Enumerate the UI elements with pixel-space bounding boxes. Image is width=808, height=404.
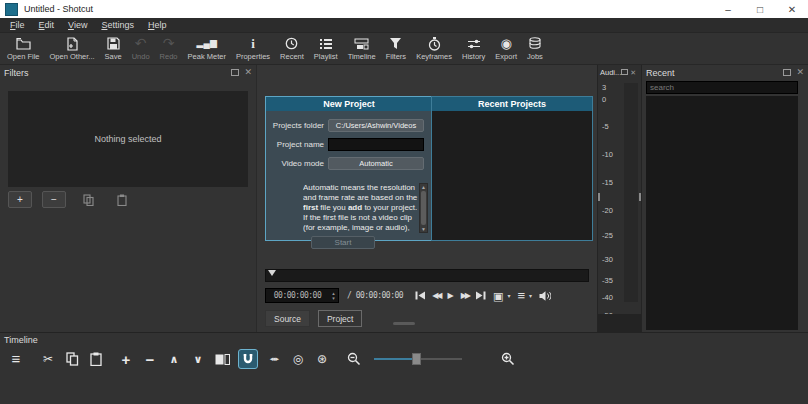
menu-file[interactable]: File: [3, 20, 32, 30]
float-panel-icon[interactable]: [231, 69, 239, 76]
zoom-in-button[interactable]: [500, 349, 516, 369]
overwrite-button[interactable]: ∨: [190, 349, 206, 369]
maximize-button[interactable]: □: [744, 0, 776, 18]
jobs-button[interactable]: Jobs: [522, 33, 548, 64]
zoom-out-button[interactable]: [346, 349, 362, 369]
shotcut-window: Untitled - Shotcut – □ ✕ File Edit View …: [0, 0, 808, 404]
paste-filters-button[interactable]: [110, 191, 134, 208]
filters-panel: Filters ✕ Nothing selected + −: [0, 65, 257, 332]
menu-edit[interactable]: Edit: [32, 20, 62, 30]
float-panel-icon[interactable]: [621, 69, 628, 75]
export-button[interactable]: ◉ Export: [490, 33, 522, 64]
remove-filter-button[interactable]: −: [42, 191, 66, 208]
playhead-marker[interactable]: [268, 270, 276, 276]
timeline-zoom-slider[interactable]: [374, 353, 462, 365]
recent-button[interactable]: Recent: [275, 33, 309, 64]
timeline-menu-button[interactable]: ≡: [8, 349, 24, 369]
video-mode-button[interactable]: Automatic: [328, 157, 424, 170]
open-other-button[interactable]: Open Other...: [45, 33, 100, 64]
save-button[interactable]: Save: [100, 33, 127, 64]
new-project-title: New Project: [323, 99, 375, 109]
zoom-fit-dropdown-icon[interactable]: ▾: [507, 292, 510, 299]
scrollbar-thumb[interactable]: [421, 191, 426, 225]
folder-open-icon: [16, 36, 31, 51]
skip-next-button[interactable]: [476, 291, 486, 300]
filters-panel-header: Filters ✕: [0, 65, 256, 80]
tracks-icon: [354, 36, 369, 51]
close-button[interactable]: ✕: [776, 0, 808, 18]
menu-settings[interactable]: Settings: [94, 20, 141, 30]
skip-previous-button[interactable]: [415, 291, 425, 300]
description-scrollbar[interactable]: ▲ ▼: [419, 183, 428, 233]
seek-bar[interactable]: [265, 269, 589, 282]
zoom-fit-button[interactable]: ▣: [493, 291, 503, 301]
zoom-in-icon: [501, 352, 515, 366]
history-button[interactable]: History: [457, 33, 490, 64]
projects-folder-button[interactable]: C:/Users/Ashwin/Videos: [328, 119, 424, 132]
open-file-button[interactable]: Open File: [2, 33, 45, 64]
redo-button[interactable]: ↷ Redo: [155, 33, 183, 64]
rewind-button[interactable]: ◀◀: [432, 291, 440, 301]
player-grid-button[interactable]: ≡: [517, 291, 525, 301]
recent-projects-list[interactable]: [432, 111, 592, 240]
lift-button[interactable]: ∧: [166, 349, 182, 369]
timecode-stepper[interactable]: ▴▾: [329, 291, 338, 301]
undo-button[interactable]: ↶ Undo: [127, 33, 155, 64]
recent-panel-title: Recent: [646, 68, 675, 78]
filters-button[interactable]: Filters: [381, 33, 411, 64]
recent-files-list[interactable]: [646, 96, 798, 330]
ripple-all-tracks-button[interactable]: ⊛: [314, 349, 330, 369]
properties-button[interactable]: i Properties: [231, 33, 275, 64]
close-panel-icon[interactable]: ✕: [244, 68, 252, 77]
add-filter-button[interactable]: +: [8, 191, 32, 208]
append-button[interactable]: +: [118, 349, 134, 369]
recent-search-input[interactable]: [646, 81, 798, 94]
properties-clip-button[interactable]: [214, 349, 230, 369]
close-panel-icon[interactable]: ✕: [630, 68, 636, 77]
copy-filters-button[interactable]: [76, 191, 100, 208]
grid-dropdown-icon[interactable]: ▾: [529, 292, 532, 299]
ripple-toggle-button[interactable]: ◎: [290, 349, 306, 369]
current-timecode[interactable]: 00:00:00:00: [266, 291, 329, 300]
scrub-while-dragging-button[interactable]: ◂●▸: [266, 349, 282, 369]
playlist-button[interactable]: Playlist: [309, 33, 343, 64]
scroll-up-icon[interactable]: ▲: [421, 184, 426, 190]
fast-forward-button[interactable]: ▶▶: [461, 291, 469, 301]
menu-view[interactable]: View: [61, 20, 94, 30]
paste-button[interactable]: [88, 349, 104, 369]
main-area: Filters ✕ Nothing selected + − New Proje…: [0, 65, 808, 333]
scroll-down-icon[interactable]: ▼: [421, 226, 426, 232]
skip-next-icon: [476, 291, 486, 300]
tune-icon: [467, 36, 481, 51]
copy-button[interactable]: [64, 349, 80, 369]
snap-toggle-button[interactable]: [238, 349, 258, 369]
timeline-button[interactable]: Timeline: [343, 33, 381, 64]
minimize-button[interactable]: –: [712, 0, 744, 18]
audio-panel-title: Audi...: [600, 68, 621, 77]
recent-projects-title: Recent Projects: [478, 99, 546, 109]
volume-button[interactable]: [539, 291, 551, 301]
cut-button[interactable]: ✂: [40, 349, 56, 369]
project-name-input[interactable]: [328, 138, 424, 151]
start-button[interactable]: Start: [311, 236, 375, 249]
filters-empty-state: Nothing selected: [8, 91, 248, 187]
ripple-delete-button[interactable]: −: [142, 349, 158, 369]
player-area: New Project Projects folder C:/Users/Ash…: [257, 65, 597, 332]
slider-handle[interactable]: [412, 353, 421, 365]
splitter-handle[interactable]: [393, 322, 415, 325]
play-button[interactable]: ▶: [448, 291, 454, 301]
close-panel-icon[interactable]: ✕: [796, 68, 804, 77]
keyframes-button[interactable]: Keyframes: [411, 33, 457, 64]
tab-source[interactable]: Source: [265, 310, 310, 327]
peak-meter-button[interactable]: ▂▄▆ Peak Meter: [183, 33, 231, 64]
timeline-toolbar: ≡ ✂ + − ∧ ∨ ◂●▸ ◎ ⊛: [8, 347, 516, 371]
main-toolbar: Open File Open Other... Save ↶ Undo ↷ Re…: [0, 33, 808, 65]
menu-help[interactable]: Help: [141, 20, 174, 30]
current-timecode-spinner[interactable]: 00:00:00:00 ▴▾: [265, 288, 339, 303]
recent-panel: Recent ✕: [642, 65, 808, 332]
float-panel-icon[interactable]: [783, 69, 791, 76]
database-icon: [529, 36, 541, 51]
filters-panel-title: Filters: [4, 68, 29, 78]
tab-project[interactable]: Project: [318, 310, 362, 327]
step-down-icon[interactable]: ▾: [332, 296, 335, 301]
